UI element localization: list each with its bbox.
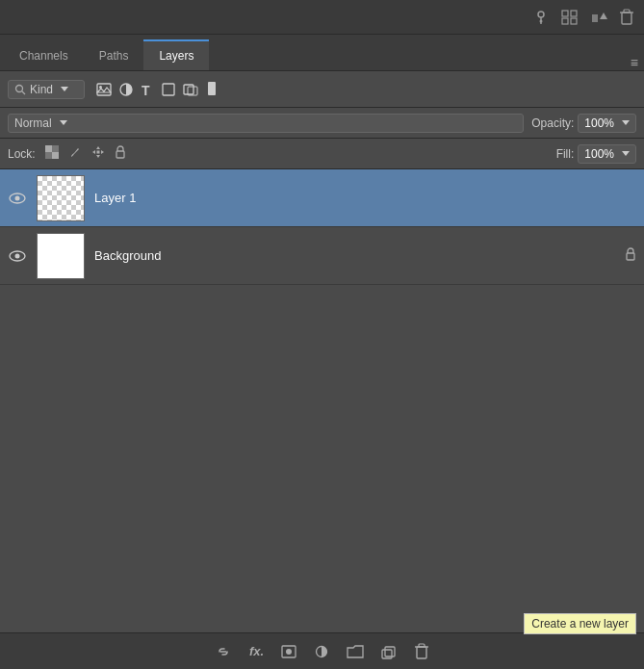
kind-icons: T bbox=[96, 82, 218, 97]
link-icon[interactable] bbox=[215, 645, 232, 658]
lock-all-button[interactable] bbox=[113, 143, 128, 164]
svg-rect-42 bbox=[385, 647, 395, 656]
svg-rect-44 bbox=[417, 647, 426, 658]
fx-icon[interactable]: fx. bbox=[249, 644, 264, 658]
tabs-row: Channels Paths Layers ≡ bbox=[0, 35, 644, 71]
lock-transparent-button[interactable] bbox=[43, 143, 61, 164]
tab-layers[interactable]: Layers bbox=[143, 39, 209, 70]
layer-name: Layer 1 bbox=[94, 191, 636, 205]
trash-icon-top[interactable] bbox=[619, 9, 634, 26]
blend-mode-value: Normal bbox=[14, 116, 52, 130]
svg-rect-32 bbox=[116, 151, 124, 158]
mask-icon[interactable] bbox=[281, 645, 296, 658]
svg-marker-15 bbox=[97, 88, 111, 92]
layer-thumbnail bbox=[37, 233, 85, 279]
new-layer-icon[interactable] bbox=[381, 644, 397, 659]
svg-rect-11 bbox=[624, 10, 630, 13]
delete-layer-icon[interactable] bbox=[414, 643, 429, 660]
svg-point-16 bbox=[99, 86, 102, 89]
adjustment-filter-icon[interactable] bbox=[119, 83, 133, 96]
grid-icon[interactable] bbox=[561, 10, 579, 25]
panel-menu-button[interactable]: ≡ bbox=[631, 55, 638, 70]
svg-rect-46 bbox=[419, 644, 425, 647]
layers-panel: Channels Paths Layers ≡ Kind bbox=[0, 0, 644, 669]
shape-filter-icon[interactable] bbox=[162, 83, 175, 96]
svg-rect-4 bbox=[571, 11, 577, 16]
svg-point-36 bbox=[15, 253, 20, 258]
svg-point-34 bbox=[15, 195, 20, 200]
blend-dropdown-arrow bbox=[60, 120, 67, 125]
fill-value[interactable]: 100% bbox=[578, 144, 636, 164]
text-filter-icon[interactable]: T bbox=[141, 82, 154, 97]
svg-rect-6 bbox=[571, 18, 577, 24]
image-filter-icon[interactable] bbox=[96, 83, 112, 96]
layers-list: Layer 1 Background bbox=[0, 169, 644, 632]
svg-rect-19 bbox=[163, 84, 174, 95]
opacity-value[interactable]: 100% bbox=[578, 114, 636, 133]
fill-group: Fill: 100% bbox=[556, 144, 636, 164]
kind-dropdown-arrow bbox=[61, 87, 68, 91]
opacity-label: Opacity: bbox=[531, 116, 574, 130]
svg-rect-9 bbox=[622, 13, 631, 24]
eye-icon bbox=[9, 249, 26, 263]
lock-label: Lock: bbox=[8, 147, 36, 161]
svg-marker-30 bbox=[101, 150, 104, 154]
svg-rect-37 bbox=[627, 253, 634, 260]
svg-rect-23 bbox=[45, 145, 52, 152]
arrange-icon[interactable] bbox=[590, 10, 607, 25]
lock-image-button[interactable] bbox=[66, 143, 84, 164]
tab-channels[interactable]: Channels bbox=[4, 39, 84, 70]
blend-row: Normal Opacity: 100% bbox=[0, 108, 644, 139]
layer-visibility-toggle[interactable] bbox=[8, 192, 27, 205]
filter-icon[interactable] bbox=[532, 10, 550, 25]
svg-marker-27 bbox=[96, 146, 100, 149]
svg-rect-8 bbox=[592, 14, 598, 22]
tab-paths[interactable]: Paths bbox=[84, 39, 144, 70]
layer-item[interactable]: Background bbox=[0, 227, 644, 285]
kind-row: Kind T bbox=[0, 71, 644, 108]
svg-text:T: T bbox=[142, 83, 150, 97]
blend-mode-select[interactable]: Normal bbox=[8, 114, 524, 133]
opacity-arrow bbox=[622, 120, 630, 125]
svg-rect-26 bbox=[52, 145, 59, 152]
adjustment-layer-icon[interactable] bbox=[314, 645, 329, 658]
lock-position-button[interactable] bbox=[90, 143, 107, 164]
svg-point-12 bbox=[16, 85, 23, 91]
lock-row: Lock: bbox=[0, 139, 644, 169]
svg-rect-25 bbox=[45, 152, 52, 159]
layer-lock-icon bbox=[625, 247, 636, 264]
svg-marker-29 bbox=[92, 150, 95, 154]
svg-point-40 bbox=[286, 649, 292, 655]
svg-rect-3 bbox=[562, 11, 568, 16]
opacity-group: Opacity: 100% bbox=[531, 114, 636, 133]
svg-rect-31 bbox=[96, 151, 99, 154]
fill-label: Fill: bbox=[556, 147, 575, 161]
fill-arrow bbox=[622, 151, 630, 156]
padlock-icon bbox=[115, 145, 126, 159]
search-icon bbox=[14, 84, 26, 95]
kind-select[interactable]: Kind bbox=[8, 80, 85, 99]
svg-rect-43 bbox=[382, 650, 392, 658]
brush-icon bbox=[68, 145, 82, 159]
svg-point-0 bbox=[538, 12, 544, 17]
padlock-small-icon bbox=[625, 247, 636, 261]
top-toolbar bbox=[0, 0, 644, 35]
eye-icon bbox=[9, 192, 26, 205]
fill-filter-icon[interactable] bbox=[206, 82, 218, 97]
layer-item[interactable]: Layer 1 bbox=[0, 169, 644, 227]
move-icon bbox=[91, 145, 105, 159]
kind-label: Kind bbox=[30, 83, 53, 96]
smart-filter-icon[interactable] bbox=[183, 83, 198, 96]
svg-line-13 bbox=[22, 90, 26, 94]
layer-name: Background bbox=[94, 248, 615, 263]
svg-marker-7 bbox=[600, 13, 607, 19]
group-icon[interactable] bbox=[347, 645, 364, 658]
svg-marker-28 bbox=[96, 155, 100, 158]
svg-rect-24 bbox=[52, 152, 59, 159]
layer-thumbnail bbox=[37, 175, 85, 221]
svg-point-2 bbox=[540, 19, 543, 22]
svg-rect-22 bbox=[208, 82, 216, 95]
svg-rect-5 bbox=[562, 18, 568, 24]
bottom-toolbar: fx. Create a new layer bbox=[0, 632, 644, 669]
layer-visibility-toggle[interactable] bbox=[8, 249, 27, 263]
